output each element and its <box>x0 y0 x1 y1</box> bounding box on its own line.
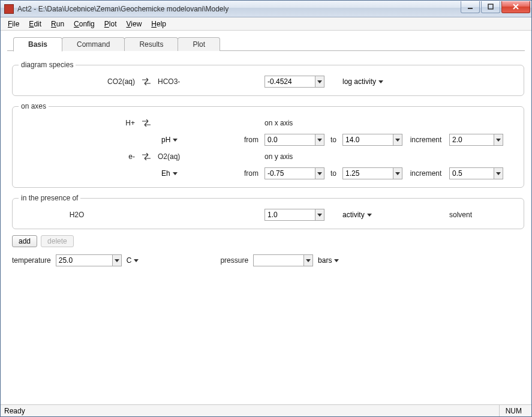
x-to-combo[interactable] <box>342 134 402 146</box>
y-from-combo[interactable] <box>265 167 324 179</box>
temperature-unit-dropdown[interactable]: C <box>127 256 139 265</box>
y-species-label[interactable]: e- <box>19 152 139 161</box>
x-to-input[interactable] <box>342 134 393 146</box>
y-axis-range-row: Eh from to increment <box>19 166 518 181</box>
presence-row: H2O activity solvent <box>19 207 518 223</box>
x-inc-combo[interactable] <box>449 134 503 146</box>
delete-button: delete <box>41 235 74 247</box>
diagram-value-combo[interactable] <box>265 76 324 88</box>
y-unit-label: Eh <box>161 169 170 178</box>
presence-value-dropdown[interactable] <box>315 209 324 221</box>
temperature-input[interactable] <box>56 254 112 266</box>
x-inc-dropdown[interactable] <box>494 134 503 146</box>
presence-value-input[interactable] <box>265 209 315 221</box>
chevron-down-icon <box>134 259 139 262</box>
window-title: Act2 - E:\Data\Ucebnice\Zeman\Geochemick… <box>17 5 461 13</box>
presence-basis-dropdown[interactable]: activity <box>342 211 402 219</box>
chevron-down-icon <box>173 172 178 175</box>
close-button[interactable] <box>501 1 530 13</box>
x-inc-input[interactable] <box>449 134 494 146</box>
diagram-swap-to[interactable]: HCO3- <box>158 77 224 86</box>
y-from-dropdown[interactable] <box>315 167 324 179</box>
diagram-value-dropdown[interactable] <box>315 76 324 88</box>
x-from-label: from <box>226 136 262 144</box>
x-from-dropdown[interactable] <box>315 134 324 146</box>
x-from-input[interactable] <box>265 134 315 146</box>
menu-help[interactable]: Help <box>146 19 171 29</box>
y-unit-dropdown[interactable]: Eh <box>158 169 224 178</box>
group-on-axes: on axes H+ on x axis pH from <box>12 102 524 188</box>
status-num: NUM <box>499 405 528 416</box>
minimize-button[interactable] <box>461 1 480 13</box>
x-axis-range-row: pH from to increment <box>19 132 518 148</box>
legend-presence: in the presence of <box>19 194 80 202</box>
y-to-label: to <box>327 169 340 178</box>
pressure-dropdown[interactable] <box>303 254 313 266</box>
svg-rect-1 <box>488 4 493 9</box>
menubar: File Edit Run Config Plot View Help <box>1 17 531 31</box>
titlebar: Act2 - E:\Data\Ucebnice\Zeman\Geochemick… <box>1 1 531 17</box>
chevron-down-icon <box>334 259 339 262</box>
pressure-input[interactable] <box>253 254 303 266</box>
menu-view[interactable]: View <box>122 19 147 29</box>
swap-icon[interactable] <box>141 152 152 161</box>
legend-diagram-species: diagram species <box>19 61 76 69</box>
client-area: Basis Command Results Plot diagram speci… <box>1 31 531 404</box>
diagram-row: CO2(aq) HCO3- log activity <box>19 74 518 89</box>
menu-edit[interactable]: Edit <box>24 19 46 29</box>
temp-pressure-row: temperature C pressure bars <box>12 254 520 266</box>
y-inc-input[interactable] <box>449 167 494 179</box>
basis-panel: diagram species CO2(aq) HCO3- log activi… <box>1 51 531 272</box>
pressure-unit-label: bars <box>318 256 332 265</box>
menu-run[interactable]: Run <box>46 19 69 29</box>
y-axis-species-row: e- O2(aq) on y axis <box>19 149 518 164</box>
presence-species[interactable]: H2O <box>19 211 139 219</box>
tab-command[interactable]: Command <box>62 37 125 51</box>
y-to-combo[interactable] <box>342 167 402 179</box>
y-inc-dropdown[interactable] <box>494 167 503 179</box>
group-diagram-species: diagram species CO2(aq) HCO3- log activi… <box>12 61 524 96</box>
x-from-combo[interactable] <box>265 134 324 146</box>
y-to-input[interactable] <box>342 167 393 179</box>
legend-on-axes: on axes <box>19 102 49 110</box>
y-to-dropdown[interactable] <box>393 167 402 179</box>
statusbar: Ready NUM <box>1 404 531 416</box>
y-swap-to[interactable]: O2(aq) <box>158 152 224 161</box>
x-species-label[interactable]: H+ <box>19 119 139 127</box>
swap-icon[interactable] <box>141 77 152 86</box>
presence-basis-label: activity <box>342 211 365 219</box>
x-unit-dropdown[interactable]: pH <box>158 136 224 144</box>
app-icon <box>4 4 14 14</box>
window-controls <box>461 1 530 13</box>
y-from-label: from <box>226 169 262 178</box>
presence-value-combo[interactable] <box>265 209 324 221</box>
temperature-label: temperature <box>12 256 51 265</box>
x-to-dropdown[interactable] <box>393 134 402 146</box>
tab-row: Basis Command Results Plot <box>1 31 531 51</box>
x-axis-species-row: H+ on x axis <box>19 115 518 131</box>
tab-basis[interactable]: Basis <box>13 37 62 52</box>
pressure-unit-dropdown[interactable]: bars <box>318 256 339 265</box>
diagram-basis-label: log activity <box>342 77 376 86</box>
maximize-button[interactable] <box>481 1 500 13</box>
temperature-combo[interactable] <box>56 254 122 266</box>
tab-plot[interactable]: Plot <box>178 37 220 51</box>
menu-plot[interactable]: Plot <box>100 19 122 29</box>
swap-icon[interactable] <box>141 119 152 127</box>
y-from-input[interactable] <box>265 167 315 179</box>
diagram-basis-dropdown[interactable]: log activity <box>342 77 402 86</box>
presence-buttons: add delete <box>12 235 520 247</box>
tab-results[interactable]: Results <box>124 37 178 51</box>
x-axis-label: on x axis <box>265 119 324 127</box>
minimize-icon <box>467 4 473 10</box>
pressure-combo[interactable] <box>253 254 313 266</box>
y-inc-label: increment <box>405 169 447 178</box>
diagram-species-label[interactable]: CO2(aq) <box>19 77 139 86</box>
menu-file[interactable]: File <box>3 19 24 29</box>
temperature-dropdown[interactable] <box>112 254 122 266</box>
add-button[interactable]: add <box>12 235 37 247</box>
chevron-down-icon <box>378 80 383 83</box>
diagram-value-input[interactable] <box>265 76 315 88</box>
y-inc-combo[interactable] <box>449 167 503 179</box>
menu-config[interactable]: Config <box>69 19 100 29</box>
